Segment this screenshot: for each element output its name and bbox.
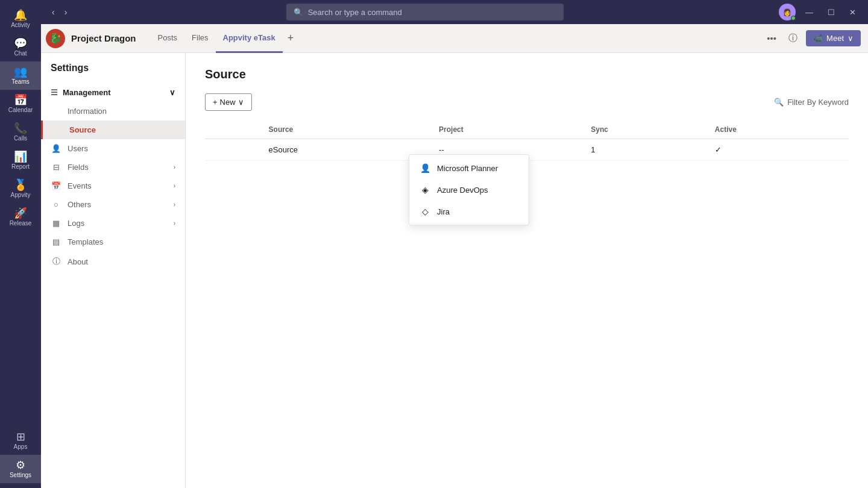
microsoft-planner-label: Microsoft Planner [437, 164, 498, 173]
new-button-icon: + [213, 98, 218, 107]
filter-button[interactable]: 🔍 Filter By Keyword [774, 98, 849, 107]
toolbar: + New ∨ 🔍 Filter By Keyword [205, 93, 849, 111]
jira-label: Jira [437, 207, 450, 216]
templates-icon: ▤ [51, 237, 61, 246]
nav-forward-button[interactable]: › [61, 6, 71, 18]
content-area: Settings ☰ Management ∨ Information Sour… [41, 53, 868, 488]
new-button[interactable]: + New ∨ [205, 93, 252, 111]
management-chevron-icon: ∨ [169, 88, 175, 97]
col-header-source: Source [262, 120, 432, 139]
nav-rail-calls-label: Calls [14, 135, 27, 142]
meet-button[interactable]: 📹 Meet ∨ [806, 30, 861, 46]
nav-rail-appvity[interactable]: 🏅 Appvity [0, 175, 41, 203]
meet-icon: 📹 [813, 34, 823, 43]
nav-rail-calendar-label: Calendar [8, 107, 33, 113]
nav-rail-release-label: Release [10, 220, 32, 227]
settings-item-source[interactable]: Source [41, 120, 185, 139]
more-options-button[interactable]: ••• [763, 31, 780, 46]
release-icon: 🚀 [14, 208, 27, 219]
tab-appvity-etask[interactable]: Appvity eTask [216, 24, 283, 53]
activity-icon: 🔔 [14, 10, 27, 20]
settings-item-users[interactable]: 👤 Users [41, 139, 185, 158]
new-dropdown-menu: 👤 Microsoft Planner ◈ Azure DevOps ◇ Jir… [409, 154, 529, 225]
cell-active: ✓ [708, 139, 849, 161]
close-button[interactable]: ✕ [844, 7, 861, 18]
nav-rail-activity[interactable]: 🔔 Activity [0, 5, 41, 33]
nav-rail-report-label: Report [11, 163, 30, 170]
logs-icon: ▦ [51, 219, 61, 228]
avatar: 👩 [779, 4, 796, 20]
events-label: Events [68, 181, 92, 190]
management-label: Management [63, 88, 110, 97]
apps-icon: ⊞ [16, 431, 25, 442]
tab-bar-right: ••• ⓘ 📹 Meet ∨ [763, 30, 868, 46]
title-bar-nav: ‹ › [48, 6, 71, 18]
search-bar[interactable]: 🔍 Search or type a command [286, 4, 564, 20]
events-icon: 📅 [51, 181, 61, 190]
settings-item-events[interactable]: 📅 Events › [41, 177, 185, 195]
about-icon: ⓘ [51, 256, 61, 267]
settings-nav-icon: ⚙ [16, 460, 25, 471]
nav-rail-calendar[interactable]: 📅 Calendar [0, 90, 41, 118]
nav-rail-chat[interactable]: 💬 Chat [0, 33, 41, 61]
nav-rail-activity-label: Activity [11, 22, 30, 28]
nav-rail-teams[interactable]: 👥 Teams [0, 61, 41, 90]
nav-rail-teams-label: Teams [11, 78, 29, 85]
page-title: Source [205, 67, 849, 81]
calendar-icon: 📅 [14, 95, 27, 105]
settings-sidebar: Settings ☰ Management ∨ Information Sour… [41, 53, 186, 488]
title-bar: ‹ › 🔍 Search or type a command 👩 — ☐ ✕ [41, 0, 868, 24]
nav-rail-settings[interactable]: ⚙ Settings [0, 455, 41, 483]
dropdown-azure-devops[interactable]: ◈ Azure DevOps [409, 179, 529, 201]
project-name: Project Dragon [71, 33, 136, 43]
management-icon: ☰ [51, 88, 58, 97]
dropdown-microsoft-planner[interactable]: 👤 Microsoft Planner [409, 157, 529, 179]
chat-icon: 💬 [14, 38, 27, 49]
cell-name [205, 139, 262, 161]
settings-item-information[interactable]: Information [41, 102, 185, 120]
dropdown-jira[interactable]: ◇ Jira [409, 201, 529, 222]
fields-chevron-icon: › [174, 164, 175, 170]
maximize-button[interactable]: ☐ [823, 7, 840, 18]
info-button[interactable]: ⓘ [785, 30, 801, 46]
nav-rail-release[interactable]: 🚀 Release [0, 203, 41, 231]
nav-back-button[interactable]: ‹ [48, 6, 58, 18]
azure-devops-icon: ◈ [419, 184, 431, 196]
about-label: About [68, 257, 88, 266]
title-bar-right: 👩 — ☐ ✕ [779, 4, 861, 20]
team-logo: 🐉 [46, 29, 65, 48]
management-section-header[interactable]: ☰ Management ∨ [41, 83, 185, 102]
col-header-sync: Sync [583, 120, 707, 139]
nav-rail-apps[interactable]: ⊞ Apps [0, 427, 41, 455]
jira-icon: ◇ [419, 205, 431, 217]
fields-label: Fields [68, 163, 89, 172]
microsoft-planner-icon: 👤 [419, 162, 431, 174]
nav-rail-calls[interactable]: 📞 Calls [0, 118, 41, 146]
logs-chevron-icon: › [174, 220, 175, 227]
search-icon: 🔍 [294, 8, 303, 17]
settings-item-templates[interactable]: ▤ Templates [41, 233, 185, 251]
nav-rail-chat-label: Chat [14, 50, 27, 57]
nav-rail-apps-label: Apps [14, 443, 28, 450]
main-area: ‹ › 🔍 Search or type a command 👩 — ☐ ✕ 🐉… [41, 0, 868, 488]
nav-rail-appvity-label: Appvity [11, 192, 31, 198]
new-button-chevron-icon: ∨ [238, 98, 244, 107]
others-chevron-icon: › [174, 201, 175, 208]
settings-item-about[interactable]: ⓘ About [41, 251, 185, 272]
meet-chevron-icon: ∨ [848, 34, 854, 43]
tab-posts[interactable]: Posts [151, 24, 185, 53]
filter-label: Filter By Keyword [787, 98, 849, 107]
col-header-name [205, 120, 262, 139]
nav-rail-report[interactable]: 📊 Report [0, 146, 41, 175]
settings-item-fields[interactable]: ⊟ Fields › [41, 158, 185, 177]
title-bar-left: ‹ › [48, 6, 71, 18]
filter-icon: 🔍 [774, 98, 784, 107]
settings-item-logs[interactable]: ▦ Logs › [41, 214, 185, 233]
settings-item-others[interactable]: ○ Others › [41, 195, 185, 214]
minimize-button[interactable]: — [800, 7, 818, 18]
add-tab-button[interactable]: + [283, 32, 299, 45]
others-label: Others [68, 200, 91, 209]
tab-files[interactable]: Files [184, 24, 215, 53]
meet-label: Meet [826, 34, 844, 43]
nav-rail: 🔔 Activity 💬 Chat 👥 Teams 📅 Calendar 📞 C… [0, 0, 41, 488]
